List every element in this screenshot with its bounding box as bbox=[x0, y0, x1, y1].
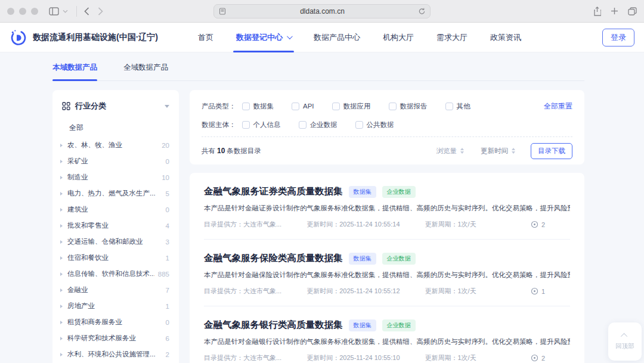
filter-option-label: 企业数据 bbox=[310, 120, 338, 129]
tag-dataset: 数据集 bbox=[349, 319, 376, 331]
category-item[interactable]: 金融业 7 bbox=[52, 282, 179, 298]
category-count: 885 bbox=[158, 271, 169, 278]
brand-home-link[interactable]: 数据流通利用基础设施(中国·辽宁) bbox=[10, 29, 158, 46]
category-item[interactable]: 租赁和商务服务业 0 bbox=[52, 314, 179, 330]
filter-option-label: 数据集 bbox=[253, 102, 274, 111]
checkbox-enterprise-data[interactable] bbox=[299, 121, 306, 129]
category-item[interactable]: 房地产业 1 bbox=[52, 298, 179, 314]
filter-option-data-app[interactable]: 数据应用 bbox=[332, 102, 371, 111]
expand-arrow-icon[interactable] bbox=[60, 305, 63, 308]
sidebar-toggle-icon[interactable] bbox=[49, 7, 59, 15]
nav-item-demand-hall[interactable]: 需求大厅 bbox=[425, 23, 479, 52]
filter-option-other[interactable]: 其他 bbox=[445, 102, 470, 111]
category-item-all[interactable]: 全部 bbox=[52, 117, 179, 137]
expand-arrow-icon[interactable] bbox=[60, 272, 63, 276]
expand-arrow-icon[interactable] bbox=[60, 321, 63, 324]
checkbox-dataset[interactable] bbox=[242, 103, 250, 110]
collapse-chevron-icon[interactable] bbox=[165, 105, 169, 108]
checkbox-personal-info[interactable] bbox=[242, 121, 250, 129]
view-count-number: 1 bbox=[541, 288, 545, 295]
nav-item-data-registry[interactable]: 数据登记中心 bbox=[225, 23, 302, 52]
category-item[interactable]: 住宿和餐饮业 1 bbox=[52, 250, 179, 266]
expand-arrow-icon[interactable] bbox=[60, 288, 63, 292]
expand-arrow-icon[interactable] bbox=[60, 256, 63, 260]
back-button-icon[interactable] bbox=[84, 7, 89, 15]
product-title[interactable]: 金融气象服务银行类高质量数据集 bbox=[204, 319, 343, 331]
checkbox-other[interactable] bbox=[445, 103, 453, 110]
category-label: 批发和零售业 bbox=[67, 221, 162, 230]
reset-all-link[interactable]: 全部重置 bbox=[544, 101, 572, 111]
back-to-top-label: 回顶部 bbox=[615, 342, 634, 350]
view-count: 2 bbox=[531, 221, 570, 228]
tab-global-data-products[interactable]: 全域数据产品 bbox=[123, 63, 168, 80]
product-title[interactable]: 金融气象服务证券类高质量数据集 bbox=[204, 185, 343, 198]
product-title[interactable]: 金融气象服务保险类高质量数据集 bbox=[204, 252, 343, 265]
category-item[interactable]: 电力、热力、燃气及水生产... 5 bbox=[52, 185, 179, 201]
window-zoom-button[interactable] bbox=[31, 8, 38, 15]
sort-arrows-icon bbox=[512, 148, 515, 154]
nav-item-home[interactable]: 首页 bbox=[187, 23, 225, 52]
reader-icon[interactable] bbox=[219, 8, 226, 15]
checkbox-data-report[interactable] bbox=[389, 103, 397, 110]
catalog-download-button[interactable]: 目录下载 bbox=[531, 143, 572, 159]
reload-icon[interactable] bbox=[419, 8, 425, 15]
list-item[interactable]: 金融气象服务保险类高质量数据集 数据集 企业数据 本产品是针对金融保险设计制作的… bbox=[204, 240, 570, 306]
window-minimize-button[interactable] bbox=[19, 8, 26, 15]
category-item[interactable]: 制造业 10 bbox=[52, 169, 179, 185]
list-item[interactable]: 金融气象服务证券类高质量数据集 数据集 企业数据 本产品是针对金融证券设计制作的… bbox=[204, 173, 570, 240]
sort-by-update-time[interactable]: 更新时间 bbox=[481, 147, 515, 156]
expand-arrow-icon[interactable] bbox=[60, 144, 63, 147]
nav-item-institution-hall[interactable]: 机构大厅 bbox=[371, 23, 425, 52]
sidebar-dropdown-icon[interactable] bbox=[63, 10, 68, 13]
industry-category-panel: 行业分类 全部 农、林、牧、渔业 20 采矿业 0 制造业 10 电力、 bbox=[52, 90, 179, 363]
back-to-top-button[interactable]: 回顶部 bbox=[608, 322, 642, 361]
filter-option-data-report[interactable]: 数据报告 bbox=[389, 102, 428, 111]
sort-by-views[interactable]: 浏览量 bbox=[436, 147, 465, 156]
category-item[interactable]: 农、林、牧、渔业 20 bbox=[52, 137, 179, 153]
expand-arrow-icon[interactable] bbox=[60, 240, 63, 244]
expand-arrow-icon[interactable] bbox=[60, 208, 63, 212]
nav-item-policy-news[interactable]: 政策资讯 bbox=[479, 23, 532, 52]
expand-arrow-icon[interactable] bbox=[60, 224, 63, 228]
new-tab-icon[interactable] bbox=[611, 7, 618, 15]
url-text: dldata.com.cn bbox=[226, 7, 419, 15]
tab-local-data-products[interactable]: 本域数据产品 bbox=[52, 63, 97, 80]
nav-label: 数据产品中心 bbox=[314, 32, 360, 43]
expand-arrow-icon[interactable] bbox=[60, 192, 63, 196]
checkbox-public-data[interactable] bbox=[355, 121, 363, 129]
tab-overview-icon[interactable] bbox=[628, 7, 637, 15]
expand-arrow-icon[interactable] bbox=[60, 176, 63, 179]
expand-arrow-icon[interactable] bbox=[60, 337, 63, 340]
category-panel-header[interactable]: 行业分类 bbox=[52, 98, 179, 117]
category-item[interactable]: 批发和零售业 4 bbox=[52, 218, 179, 234]
login-button[interactable]: 登录 bbox=[602, 29, 634, 46]
window-controls[interactable] bbox=[7, 8, 38, 15]
share-icon[interactable] bbox=[593, 7, 601, 16]
expand-arrow-icon[interactable] bbox=[60, 353, 63, 356]
filter-option-dataset[interactable]: 数据集 bbox=[242, 102, 274, 111]
category-item[interactable]: 信息传输、软件和信息技术... 885 bbox=[52, 266, 179, 282]
expand-arrow-icon[interactable] bbox=[60, 160, 63, 163]
category-item[interactable]: 科学研究和技术服务业 6 bbox=[52, 330, 179, 346]
filter-option-api[interactable]: API bbox=[292, 103, 314, 110]
category-item[interactable]: 水利、环境和公共设施管理... 2 bbox=[52, 346, 179, 362]
category-item[interactable]: 交通运输、仓储和邮政业 3 bbox=[52, 234, 179, 250]
filter-option-personal-info[interactable]: 个人信息 bbox=[242, 120, 281, 129]
nav-item-data-products[interactable]: 数据产品中心 bbox=[302, 23, 371, 52]
product-provider: 目录提供方：大连市气象... bbox=[204, 220, 281, 229]
forward-button-icon[interactable] bbox=[98, 7, 103, 15]
product-provider: 目录提供方：大连市气象... bbox=[204, 287, 281, 296]
checkbox-api[interactable] bbox=[292, 103, 299, 110]
category-item[interactable]: 采矿业 0 bbox=[52, 153, 179, 169]
category-count: 7 bbox=[166, 287, 169, 294]
checkbox-data-app[interactable] bbox=[332, 103, 340, 110]
category-item[interactable]: 建筑业 0 bbox=[52, 201, 179, 218]
product-description: 本产品是针对金融银行设计制作的气象服务标准化数据集，提供精细、高频的历史与实时序… bbox=[204, 337, 570, 346]
browser-toolbar: dldata.com.cn bbox=[0, 0, 644, 23]
window-close-button[interactable] bbox=[7, 8, 14, 15]
address-bar[interactable]: dldata.com.cn bbox=[213, 4, 431, 18]
filter-option-public-data[interactable]: 公共数据 bbox=[355, 120, 394, 129]
list-item[interactable]: 金融气象服务银行类高质量数据集 数据集 企业数据 本产品是针对金融银行设计制作的… bbox=[204, 306, 570, 363]
category-label: 农、林、牧、渔业 bbox=[67, 141, 158, 150]
filter-option-enterprise-data[interactable]: 企业数据 bbox=[299, 120, 338, 129]
